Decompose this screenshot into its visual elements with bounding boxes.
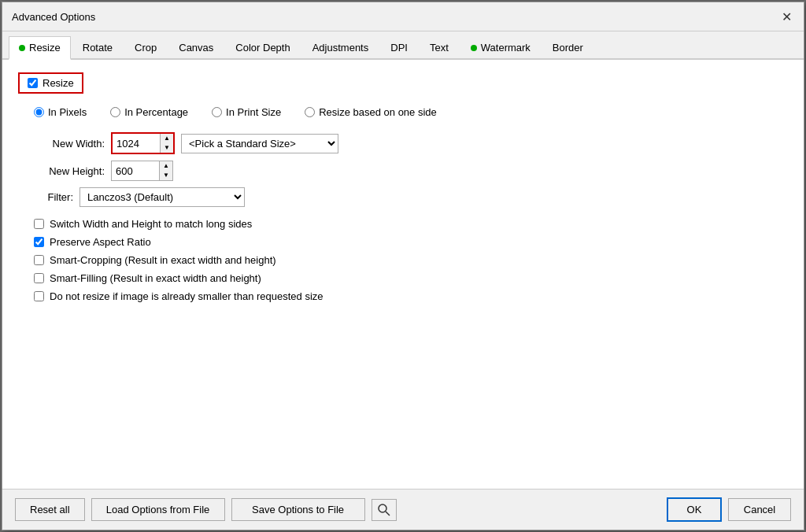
- content-area: Resize In PixelsIn PercentageIn Print Si…: [2, 60, 804, 489]
- ok-button[interactable]: OK: [667, 497, 722, 522]
- checkbox-smart-cropping[interactable]: [34, 255, 44, 265]
- resize-enable-row: Resize: [18, 72, 788, 94]
- new-width-box: 1024 ▲ ▼: [111, 132, 175, 154]
- options-area: Switch Width and Height to match long si…: [34, 218, 788, 302]
- new-width-label: New Width:: [34, 138, 105, 150]
- new-height-label: New Height:: [34, 165, 105, 177]
- new-height-up[interactable]: ▲: [160, 161, 172, 171]
- tab-dpi[interactable]: DPI: [380, 36, 418, 58]
- radio-in-percentage[interactable]: [110, 107, 120, 117]
- save-options-button[interactable]: Save Options to File: [231, 498, 365, 521]
- tab-crop[interactable]: Crop: [124, 36, 167, 58]
- new-width-spinners: ▲ ▼: [160, 134, 173, 153]
- new-height-down[interactable]: ▼: [160, 171, 172, 180]
- new-height-input[interactable]: 600: [112, 163, 159, 179]
- filter-select[interactable]: Lanczos3 (Default)BilinearBicubicNearest…: [79, 187, 245, 207]
- radio-in-pixels-label: In Pixels: [48, 106, 87, 118]
- tab-rotate-label: Rotate: [83, 42, 113, 54]
- radio-label-resize-one-side[interactable]: Resize based on one side: [305, 106, 437, 118]
- new-width-up[interactable]: ▲: [161, 134, 173, 143]
- new-height-box: 600 ▲ ▼: [111, 161, 173, 181]
- radio-in-percentage-label: In Percentage: [124, 106, 188, 118]
- tab-color-depth-label: Color Depth: [235, 42, 290, 54]
- tab-canvas-label: Canvas: [179, 42, 213, 54]
- fields-area: New Width: 1024 ▲ ▼ <Pick a Standard Siz…: [34, 132, 788, 181]
- radio-in-print-size-label: In Print Size: [226, 106, 281, 118]
- new-height-row: New Height: 600 ▲ ▼: [34, 161, 788, 181]
- reset-all-button[interactable]: Reset all: [15, 498, 85, 521]
- checkbox-no-resize-smaller-label: Do not resize if image is already smalle…: [50, 290, 324, 302]
- resize-enable-checkbox[interactable]: [28, 78, 38, 88]
- new-width-input[interactable]: 1024: [113, 135, 160, 152]
- radio-resize-one-side-label: Resize based on one side: [319, 106, 437, 118]
- new-height-spinners: ▲ ▼: [159, 161, 172, 180]
- tab-adjustments[interactable]: Adjustments: [302, 36, 379, 58]
- radio-label-in-percentage[interactable]: In Percentage: [110, 106, 188, 118]
- search-icon-button[interactable]: [372, 499, 397, 521]
- checkbox-no-resize-smaller[interactable]: [34, 291, 44, 301]
- checkbox-row-preserve-aspect[interactable]: Preserve Aspect Ratio: [34, 236, 788, 248]
- advanced-options-dialog: Advanced Options ✕ ResizeRotateCropCanva…: [2, 2, 804, 530]
- tab-adjustments-label: Adjustments: [312, 42, 369, 54]
- tab-resize[interactable]: Resize: [9, 36, 71, 60]
- resize-enable-text: Resize: [43, 77, 74, 89]
- checkbox-row-no-resize-smaller[interactable]: Do not resize if image is already smalle…: [34, 290, 788, 302]
- tab-color-depth[interactable]: Color Depth: [225, 36, 300, 58]
- checkbox-smart-filling[interactable]: [34, 273, 44, 283]
- checkbox-row-smart-cropping[interactable]: Smart-Cropping (Result in exact width an…: [34, 254, 788, 266]
- new-width-row: New Width: 1024 ▲ ▼ <Pick a Standard Siz…: [34, 132, 788, 154]
- checkbox-smart-cropping-label: Smart-Cropping (Result in exact width an…: [50, 254, 276, 266]
- title-bar: Advanced Options ✕: [2, 2, 804, 31]
- checkbox-smart-filling-label: Smart-Filling (Result in exact width and…: [50, 272, 261, 284]
- checkbox-row-smart-filling[interactable]: Smart-Filling (Result in exact width and…: [34, 272, 788, 284]
- radio-in-print-size[interactable]: [212, 107, 222, 117]
- tab-rotate[interactable]: Rotate: [72, 36, 123, 58]
- new-width-down[interactable]: ▼: [161, 143, 173, 153]
- dialog-title: Advanced Options: [12, 11, 95, 23]
- svg-line-1: [386, 512, 390, 515]
- tab-text[interactable]: Text: [420, 36, 459, 58]
- tab-bar: ResizeRotateCropCanvasColor DepthAdjustm…: [2, 31, 804, 60]
- resize-dot: [19, 45, 25, 51]
- tab-dpi-label: DPI: [390, 42, 408, 54]
- new-width-input-wrapper: 1024 ▲ ▼ <Pick a Standard Size>: [111, 132, 338, 154]
- tab-watermark-label: Watermark: [481, 42, 531, 54]
- search-icon: [378, 504, 390, 516]
- footer: Reset all Load Options from File Save Op…: [2, 489, 804, 530]
- radio-label-in-print-size[interactable]: In Print Size: [212, 106, 281, 118]
- tab-crop-label: Crop: [135, 42, 157, 54]
- tab-resize-label: Resize: [29, 42, 61, 54]
- filter-row: Filter: Lanczos3 (Default)BilinearBicubi…: [34, 187, 788, 207]
- radio-label-in-pixels[interactable]: In Pixels: [34, 106, 87, 118]
- checkbox-preserve-aspect[interactable]: [34, 237, 44, 247]
- filter-label: Filter:: [34, 191, 73, 203]
- resize-enable-label[interactable]: Resize: [18, 72, 83, 94]
- tab-watermark[interactable]: Watermark: [460, 36, 541, 58]
- radio-options-row: In PixelsIn PercentageIn Print SizeResiz…: [34, 106, 788, 118]
- standard-size-select[interactable]: <Pick a Standard Size>: [181, 134, 338, 153]
- close-button[interactable]: ✕: [778, 9, 794, 24]
- checkbox-switch-wh[interactable]: [34, 219, 44, 229]
- checkbox-row-switch-wh[interactable]: Switch Width and Height to match long si…: [34, 218, 788, 230]
- checkbox-switch-wh-label: Switch Width and Height to match long si…: [50, 218, 252, 230]
- cancel-button[interactable]: Cancel: [728, 498, 791, 521]
- svg-point-0: [379, 504, 386, 512]
- load-options-button[interactable]: Load Options from File: [91, 498, 225, 521]
- watermark-dot: [471, 45, 477, 51]
- tab-canvas[interactable]: Canvas: [168, 36, 224, 58]
- checkbox-preserve-aspect-label: Preserve Aspect Ratio: [50, 236, 151, 248]
- tab-text-label: Text: [430, 42, 449, 54]
- tab-border[interactable]: Border: [542, 36, 593, 58]
- radio-resize-one-side[interactable]: [305, 107, 315, 117]
- radio-in-pixels[interactable]: [34, 107, 44, 117]
- tab-border-label: Border: [553, 42, 583, 54]
